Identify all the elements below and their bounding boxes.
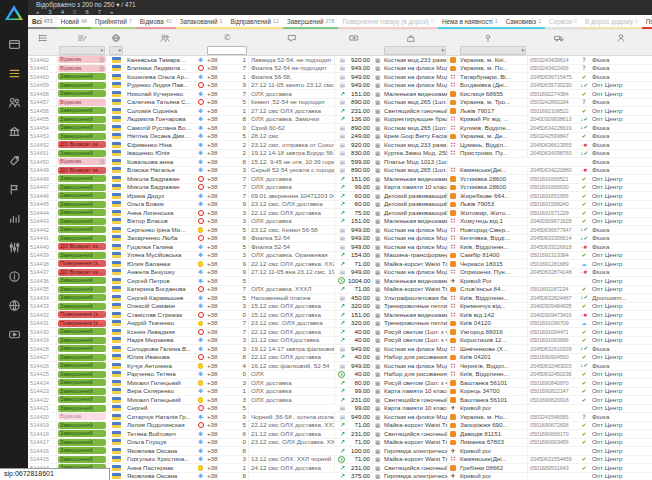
- flag-icon[interactable]: [8, 183, 21, 196]
- product-name[interactable]: Костюм мод.265 (1шт. х 890.00 ...: [382, 124, 448, 132]
- order-status[interactable]: Завершений: [57, 218, 107, 225]
- client-name[interactable]: Ксенія Левадняя: [125, 328, 196, 336]
- filter-dropdown[interactable]: ▾: [384, 46, 446, 55]
- order-status[interactable]: Завершений: [57, 82, 107, 89]
- tracking-number[interactable]: 0501691093696: [528, 336, 578, 344]
- client-name[interactable]: Захарченко Люба: [125, 234, 196, 242]
- tracking-number[interactable]: 20450633356614: [528, 234, 578, 242]
- order-comment[interactable]: 15.12. 9:45 не отв, 10:39 горе в...: [249, 158, 335, 166]
- client-phone[interactable]: +381: [205, 107, 249, 115]
- tab-pickup[interactable]: Самовивіз2: [502, 15, 545, 29]
- order-row[interactable]: 514425ЗавершенийРадченко Тетяна✻+380ОЛХ$…: [28, 371, 652, 380]
- order-comment[interactable]: 22.12 смс ОЛХ доставка. ХХЛ: [249, 260, 335, 268]
- order-row[interactable]: 514419ЗавершенийЛилия Подолинская+38522.…: [28, 422, 652, 431]
- product-name[interactable]: Детский развивающий констру...: [382, 192, 448, 200]
- client-name[interactable]: Микола Бадражан: [125, 183, 196, 191]
- tab-out-of-stock[interactable]: Нема в наявності1: [438, 15, 502, 29]
- tracking-number[interactable]: 0501691313394: [528, 251, 578, 259]
- order-status[interactable]: Завершений: [57, 345, 107, 352]
- client-name[interactable]: Надія Мерзаева: [125, 336, 196, 344]
- delivery-address[interactable]: Баштанка 56101: [458, 396, 528, 404]
- settings-icon[interactable]: [8, 241, 21, 254]
- client-phone[interactable]: +383: [205, 217, 249, 225]
- delivery-address[interactable]: Львів 79017: [458, 107, 528, 115]
- client-name[interactable]: Гуцалюк Галина: [125, 243, 196, 251]
- delivery-address[interactable]: Кривой рог: [458, 404, 528, 412]
- product-name[interactable]: Костюм на флисе Мод.1014 (1ш...: [382, 81, 448, 89]
- order-status[interactable]: Завершений: [57, 150, 107, 157]
- order-comment[interactable]: ОЛХ доставка: [249, 217, 335, 225]
- delivery-address[interactable]: Давидів 81151: [458, 430, 528, 438]
- tab-on-way-home[interactable]: В дорозі додому0: [581, 15, 642, 29]
- order-comment[interactable]: Лаванда 52-54, не подходит: [249, 56, 335, 64]
- order-status[interactable]: Завершений: [57, 235, 107, 242]
- order-row[interactable]: 514424ЗавершенийМихаил Гилецький+383ОЛХ …: [28, 379, 652, 388]
- client-phone[interactable]: +383: [205, 336, 249, 344]
- order-comment[interactable]: 27.12 11-05 вна 23.12 смс. 19...: [249, 268, 335, 276]
- product-name[interactable]: Костюм на флисе Мод.1014 (1ш...: [382, 362, 448, 370]
- order-comment[interactable]: 28.12 смс: [249, 132, 335, 140]
- client-name[interactable]: Микола Бадражан: [125, 175, 196, 183]
- delivery-address[interactable]: Богданівка (Дні...: [458, 81, 528, 89]
- order-row[interactable]: 514458ЗавершенийНиколай Кучеренко✻+387ОЛ…: [28, 90, 652, 99]
- order-comment[interactable]: Фиалка 52-54: [249, 243, 335, 251]
- tab-shipped[interactable]: Відправлений12: [226, 15, 282, 29]
- order-status[interactable]: Завершений: [57, 430, 107, 437]
- column-header-status-sort-icon[interactable]: [57, 33, 107, 43]
- client-name[interactable]: Каневська Тамара ..: [125, 56, 196, 64]
- product-name[interactable]: Рисуй светом (1шт. х 40.00 = 40...: [382, 336, 448, 344]
- order-comment[interactable]: ОЛХ доставка: [249, 90, 335, 98]
- order-status[interactable]: Завершений: [57, 439, 107, 446]
- order-comment[interactable]: ОЛХ доставка. Оранжевая: [249, 251, 335, 259]
- filter-dropdown[interactable]: ▾: [109, 46, 123, 55]
- tracking-number[interactable]: 0501691666521: [528, 175, 578, 183]
- tracking-number[interactable]: 20450632610339: [528, 345, 578, 353]
- product-name[interactable]: Костюм на флисе Мод.1014 (1ш...: [382, 73, 448, 81]
- order-comment[interactable]: 23.12 смс. отправка от Сокол...: [249, 141, 335, 149]
- tracking-number[interactable]: 20400309671628: [528, 217, 578, 225]
- delivery-address[interactable]: Кегичівка, Відді...: [458, 234, 528, 242]
- order-status[interactable]: Завершений: [57, 371, 107, 378]
- client-phone[interactable]: +388: [205, 447, 249, 455]
- product-name[interactable]: Гирлянда электрическая (100 л...: [382, 472, 448, 480]
- client-phone[interactable]: +385: [205, 243, 249, 251]
- tracking-number[interactable]: 0501691571229: [528, 209, 578, 217]
- product-name[interactable]: Карта памяти 10 класс - 32Гб *1...: [382, 183, 448, 191]
- product-name[interactable]: Маленькая видеокамера SQ8 *...: [382, 311, 448, 319]
- records-range[interactable]: Відображено з 200 по 250 ▾ / 471: [36, 1, 652, 8]
- client-name[interactable]: Сергей: [125, 404, 196, 412]
- order-comment[interactable]: ОЛХ доставка. ХХХЛ: [249, 285, 335, 293]
- client-phone[interactable]: +383: [205, 379, 249, 387]
- order-status[interactable]: Завершений: [57, 422, 107, 429]
- product-name[interactable]: Рисуй светом (2шт. х 40.00 = 80...: [382, 379, 448, 387]
- delivery-address[interactable]: Татарбунари, Ві...: [458, 73, 528, 81]
- client-phone[interactable]: +387: [205, 328, 249, 336]
- client-name[interactable]: Юлия Баланюк: [125, 260, 196, 268]
- client-phone[interactable]: +388: [205, 353, 249, 361]
- tracking-number[interactable]: 0501691665630: [528, 183, 578, 191]
- order-status[interactable]: ДО Возврат ок...: [57, 141, 107, 148]
- delivery-address[interactable]: Кривой Рог: [458, 277, 528, 285]
- client-name[interactable]: Ольга Божик: [125, 200, 196, 208]
- order-row[interactable]: 514452ДО Возврат ок...Єфименко Ніна✻+382…: [28, 141, 652, 150]
- tab-refused[interactable]: Відмова42: [136, 15, 176, 29]
- product-name[interactable]: Майка-корсет Waist Trainer *142...: [382, 421, 448, 429]
- order-row[interactable]: 514434ЗавершенийСергей Карамышев✻+385Нал…: [28, 294, 652, 303]
- product-name[interactable]: Ультрафиолетовая бактерицид...: [382, 294, 448, 302]
- order-row[interactable]: 514441ЗавершенийЗахарченко Люба+386Фиалк…: [28, 235, 652, 244]
- client-name[interactable]: Юлия Иванова: [125, 353, 196, 361]
- order-status[interactable]: Завершений: [57, 362, 107, 369]
- client-name[interactable]: Анна Пастернак: [125, 464, 196, 472]
- tracking-number[interactable]: 0503243422436: [528, 64, 578, 72]
- product-name[interactable]: Костюм мод.265 (1шт. х 890.00 ...: [382, 166, 448, 174]
- tab-accepted[interactable]: Прийнятий7: [91, 15, 136, 29]
- order-row[interactable]: 514460ЗавершенийКошелева Ольга Ар...✻+38…: [28, 73, 652, 82]
- delivery-address[interactable]: Київ 04201: [458, 353, 528, 361]
- filter-dropdown[interactable]: ▾: [460, 46, 526, 55]
- product-name[interactable]: Маленькая видеокамера SQ8 *...: [382, 90, 448, 98]
- tracking-number[interactable]: 20450632874148: [528, 268, 578, 276]
- tracking-number[interactable]: 0501690820918: [528, 396, 578, 404]
- product-name[interactable]: Костюм на флисе Мод.1014 (1ш...: [382, 413, 448, 421]
- product-name[interactable]: Детский развивающий констру...: [382, 200, 448, 208]
- tracking-number[interactable]: 0501690840870: [528, 379, 578, 387]
